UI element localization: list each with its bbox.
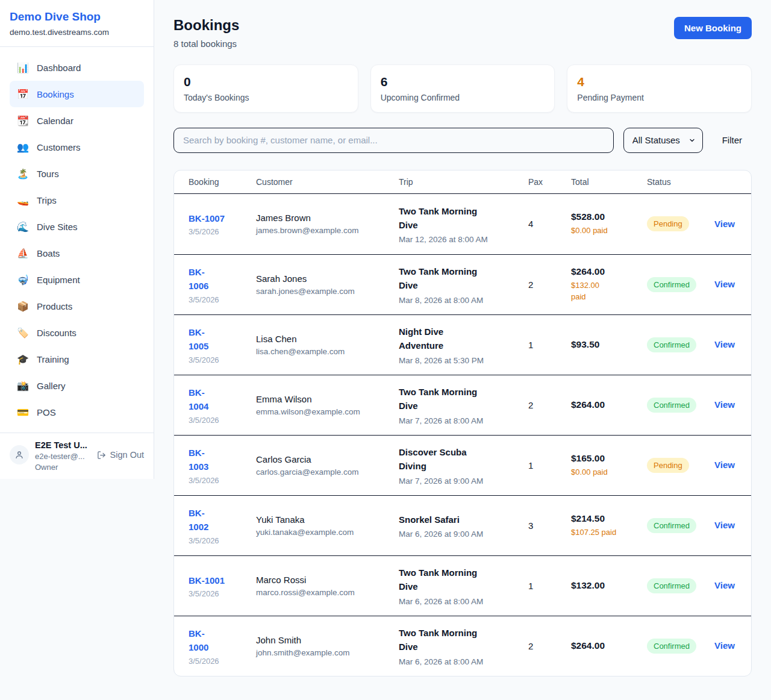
- page-title: Bookings: [173, 17, 239, 34]
- booking-date: 3/5/2026: [189, 227, 256, 236]
- stat-label: Today's Bookings: [184, 93, 348, 102]
- sidebar-nav: 📊 Dashboard 📅 Bookings 📆 Calendar 👥 Cust…: [0, 47, 154, 433]
- paid-amount: $132.00 paid: [571, 280, 647, 303]
- customer-email: james.brown@example.com: [256, 226, 399, 235]
- status-badge: Pending: [647, 216, 689, 231]
- stat-value: 4: [577, 75, 741, 89]
- sidebar-item-customers[interactable]: 👥 Customers: [10, 134, 144, 160]
- table-row: BK- 1006 3/5/2026 Sarah Jones sarah.jone…: [174, 254, 751, 314]
- status-filter-wrap: All Statuses: [623, 128, 703, 153]
- trip-datetime: Mar 7, 2026 at 9:00 AM: [399, 477, 528, 486]
- status-badge: Confirmed: [647, 578, 696, 593]
- booking-id-link[interactable]: BK- 1004: [189, 386, 256, 414]
- pax-count: 2: [528, 400, 571, 410]
- shop-domain: demo.test.divestreams.com: [10, 28, 144, 37]
- customer-name: Marco Rossi: [256, 575, 399, 585]
- bookings-table-body: BK-1007 3/5/2026 James Brown james.brown…: [174, 194, 751, 676]
- view-link[interactable]: View: [714, 580, 735, 590]
- view-link[interactable]: View: [714, 219, 735, 229]
- calendar-icon: 📆: [17, 115, 29, 127]
- booking-id-link[interactable]: BK- 1000: [189, 627, 256, 655]
- training-icon: 🎓: [17, 354, 29, 365]
- paid-amount: $0.00 paid: [571, 225, 647, 237]
- stat-value: 6: [381, 75, 545, 89]
- sidebar-item-equipment[interactable]: 🤿 Equipment: [10, 266, 144, 293]
- booking-id-link[interactable]: BK- 1003: [189, 446, 256, 474]
- table-header-row: Booking Customer Trip Pax Total Status: [174, 170, 751, 194]
- status-badge: Confirmed: [647, 639, 696, 654]
- table-row: BK- 1005 3/5/2026 Lisa Chen lisa.chen@ex…: [174, 314, 751, 375]
- trips-icon: 🚤: [17, 195, 29, 206]
- sidebar-item-tours[interactable]: 🏝️ Tours: [10, 160, 144, 187]
- view-link[interactable]: View: [714, 339, 735, 349]
- sidebar-item-products[interactable]: 📦 Products: [10, 293, 144, 319]
- avatar: [10, 445, 29, 464]
- customer-name: Lisa Chen: [256, 334, 399, 344]
- tours-icon: 🏝️: [17, 168, 29, 180]
- status-badge: Confirmed: [647, 518, 696, 533]
- boats-icon: ⛵: [17, 248, 29, 259]
- bookings-icon: 📅: [17, 89, 29, 100]
- discounts-icon: 🏷️: [17, 327, 29, 339]
- customer-email: yuki.tanaka@example.com: [256, 528, 399, 537]
- customer-name: Emma Wilson: [256, 394, 399, 404]
- new-booking-button[interactable]: New Booking: [674, 17, 752, 39]
- booking-id-link[interactable]: BK- 1006: [189, 265, 256, 293]
- total-bookings-count: 8 total bookings: [173, 39, 239, 49]
- user-email: e2e-tester@...: [35, 452, 87, 461]
- booking-id-link[interactable]: BK-1001: [189, 573, 256, 587]
- booking-id-link[interactable]: BK- 1005: [189, 325, 256, 354]
- trip-datetime: Mar 6, 2026 at 8:00 AM: [399, 657, 528, 666]
- trip-name: Two Tank Morning Dive: [399, 204, 489, 233]
- controls-row: All Statuses Filter: [173, 128, 752, 153]
- view-link[interactable]: View: [714, 279, 735, 289]
- sidebar-item-boats[interactable]: ⛵ Boats: [10, 240, 144, 266]
- booking-id-link[interactable]: BK-1007: [189, 211, 256, 225]
- view-link[interactable]: View: [714, 460, 735, 470]
- sidebar-item-calendar[interactable]: 📆 Calendar: [10, 107, 144, 134]
- total-amount: $93.50: [571, 339, 647, 350]
- dive-sites-icon: 🌊: [17, 221, 29, 233]
- stat-label: Upcoming Confirmed: [381, 93, 545, 102]
- booking-date: 3/5/2026: [189, 536, 256, 545]
- total-amount: $214.50: [571, 513, 647, 524]
- trip-datetime: Mar 8, 2026 at 8:00 AM: [399, 296, 528, 305]
- trip-name: Two Tank Morning Dive: [399, 264, 489, 293]
- trip-datetime: Mar 8, 2026 at 5:30 PM: [399, 356, 528, 365]
- sidebar-item-training[interactable]: 🎓 Training: [10, 346, 144, 372]
- user-info: E2E Test U... e2e-tester@... Owner: [35, 440, 87, 472]
- sign-out-label: Sign Out: [110, 450, 144, 460]
- customer-name: John Smith: [256, 635, 399, 645]
- paid-amount: $107.25 paid: [571, 527, 647, 539]
- stat-card: 6 Upcoming Confirmed: [370, 64, 555, 113]
- customer-email: emma.wilson@example.com: [256, 407, 399, 416]
- pax-count: 2: [528, 280, 571, 290]
- sidebar-item-discounts[interactable]: 🏷️ Discounts: [10, 319, 144, 346]
- filter-button[interactable]: Filter: [713, 135, 752, 145]
- gallery-icon: 📸: [17, 380, 29, 392]
- total-amount: $264.00: [571, 266, 647, 277]
- view-link[interactable]: View: [714, 640, 735, 651]
- stat-card: 0 Today's Bookings: [173, 64, 358, 113]
- search-input[interactable]: [173, 128, 614, 153]
- view-link[interactable]: View: [714, 399, 735, 410]
- booking-id-link[interactable]: BK- 1002: [189, 506, 256, 534]
- trip-datetime: Mar 7, 2026 at 8:00 AM: [399, 416, 528, 425]
- sidebar-item-gallery[interactable]: 📸 Gallery: [10, 372, 144, 399]
- sign-out-button[interactable]: Sign Out: [97, 450, 144, 460]
- view-link[interactable]: View: [714, 520, 735, 530]
- trip-name: Two Tank Morning Dive: [399, 566, 489, 594]
- status-badge: Confirmed: [647, 398, 696, 413]
- booking-date: 3/5/2026: [189, 355, 256, 364]
- sidebar-item-bookings[interactable]: 📅 Bookings: [10, 81, 144, 107]
- sidebar-item-dashboard[interactable]: 📊 Dashboard: [10, 54, 144, 81]
- trip-datetime: Mar 12, 2026 at 8:00 AM: [399, 235, 528, 244]
- customers-icon: 👥: [17, 142, 29, 153]
- sidebar-item-trips[interactable]: 🚤 Trips: [10, 187, 144, 213]
- status-filter-select[interactable]: All Statuses: [623, 128, 703, 153]
- trip-name: Snorkel Safari: [399, 513, 489, 527]
- sidebar-item-dive-sites[interactable]: 🌊 Dive Sites: [10, 213, 144, 240]
- sidebar-item-pos[interactable]: 💳 POS: [10, 399, 144, 425]
- booking-date: 3/5/2026: [189, 295, 256, 304]
- customer-name: Yuki Tanaka: [256, 514, 399, 525]
